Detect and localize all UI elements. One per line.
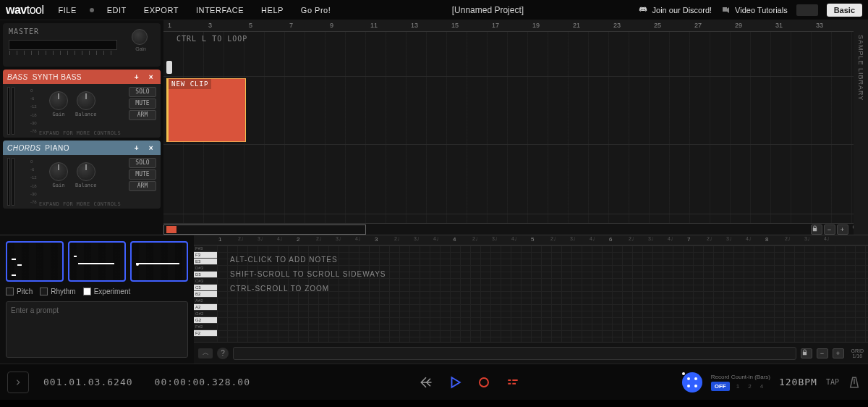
timeline-lock-button[interactable] xyxy=(811,225,822,235)
menu-interface[interactable]: INTERFACE xyxy=(189,3,251,17)
track-chords-header[interactable]: CHORDS PIANO + × xyxy=(3,140,161,155)
track-bass-gain-knob[interactable] xyxy=(49,91,68,110)
roll-beat-mark: 2♩ xyxy=(238,236,243,242)
track-chords[interactable]: CHORDS PIANO + × 0-6-12-18-30-78 Gain Ba… xyxy=(3,140,161,209)
track-bass[interactable]: BASS SYNTH BASS + × 0-6-12-18-30-78 Gain… xyxy=(3,70,161,138)
suggestion-tile-3[interactable] xyxy=(130,241,188,282)
piano-key[interactable]: D3 xyxy=(194,272,217,278)
track-chords-mute-button[interactable]: MUTE xyxy=(129,169,156,180)
lock-icon xyxy=(812,225,818,232)
track-bass-mute-button[interactable]: MUTE xyxy=(129,98,156,109)
piano-key[interactable]: C3 xyxy=(194,285,217,291)
roll-grid-label[interactable]: GRID1/16 xyxy=(851,348,864,358)
track-bass-solo-button[interactable]: SOLO xyxy=(129,87,156,97)
record-icon xyxy=(477,376,490,389)
roll-zoom-out-button[interactable]: − xyxy=(817,348,828,358)
loop-region-lane[interactable] xyxy=(163,32,868,77)
track-chords-arm-button[interactable]: ARM xyxy=(129,181,156,191)
track-bass-header[interactable]: BASS SYNTH BASS + × xyxy=(3,70,161,84)
timeline-lane-bass[interactable]: NEW CLIP xyxy=(163,77,868,145)
track-bass-name: BASS xyxy=(7,73,28,81)
roll-bar-mark: 4 xyxy=(453,236,456,243)
help-button[interactable]: ? xyxy=(217,348,229,359)
master-gain-knob[interactable] xyxy=(132,29,148,45)
track-chords-add-button[interactable]: + xyxy=(132,144,142,152)
count-in-1-button[interactable]: 1 xyxy=(734,383,741,390)
rewind-button[interactable] xyxy=(418,374,434,390)
piano-key[interactable]: F3 xyxy=(194,252,217,259)
master-track[interactable]: MASTER Gain xyxy=(3,23,161,67)
loop-button[interactable] xyxy=(505,374,521,390)
count-in-control: Record Count-in (Bars) OFF 1 2 4 xyxy=(711,374,770,391)
ruler-mark: 21 xyxy=(573,22,580,29)
project-title[interactable]: [Unnamed Project] xyxy=(452,5,524,15)
clip-new-clip[interactable]: NEW CLIP xyxy=(166,78,246,142)
piano-key[interactable]: F2 xyxy=(194,330,217,337)
tutorials-link[interactable]: Video Tutorials xyxy=(720,6,788,14)
bpm-display[interactable]: 120BPM xyxy=(779,377,817,387)
piano-key[interactable]: A2 xyxy=(194,304,217,311)
piano-key[interactable]: D#3 xyxy=(194,265,217,272)
sample-library-tab[interactable]: SAMPLE LIBRARY xyxy=(854,20,868,235)
rhythm-checkbox[interactable]: Rhythm xyxy=(40,288,75,295)
randomize-button[interactable] xyxy=(682,372,702,393)
track-bass-add-button[interactable]: + xyxy=(132,73,142,81)
discord-link[interactable]: Join our Discord! xyxy=(638,6,712,14)
roll-lock-button[interactable] xyxy=(801,348,812,358)
timeline-lane-chords[interactable] xyxy=(163,146,868,214)
menu-edit[interactable]: EDIT xyxy=(100,3,134,17)
timeline-zoom-in-button[interactable]: + xyxy=(837,225,848,235)
count-in-2-button[interactable]: 2 xyxy=(746,383,753,390)
menu-gopro[interactable]: Go Pro! xyxy=(294,3,338,17)
piano-key[interactable]: F#2 xyxy=(194,324,217,330)
count-in-4-button[interactable]: 4 xyxy=(758,383,765,390)
piano-roll[interactable]: 12♩3♩4♩22♩3♩4♩32♩3♩4♩42♩3♩4♩52♩3♩4♩62♩3♩… xyxy=(194,235,868,364)
piano-key[interactable]: E3 xyxy=(194,259,217,265)
suggestion-tile-1[interactable] xyxy=(6,241,64,282)
track-chords-solo-button[interactable]: SOLO xyxy=(129,158,156,168)
piano-roll-ruler[interactable]: 12♩3♩4♩22♩3♩4♩32♩3♩4♩42♩3♩4♩52♩3♩4♩62♩3♩… xyxy=(194,235,868,246)
timeline-ruler[interactable]: 13579111315171921232527293133 xyxy=(163,20,868,32)
tap-tempo-button[interactable]: TAP xyxy=(826,378,839,386)
piano-key[interactable]: F#3 xyxy=(194,246,217,252)
experiment-checkbox[interactable]: Experiment xyxy=(83,288,131,295)
piano-roll-command-input[interactable] xyxy=(233,347,796,360)
transport-bar: 001.01.03.6240 00:00:00.328.00 Record Co… xyxy=(0,364,868,400)
user-badge[interactable] xyxy=(796,4,818,16)
record-button[interactable] xyxy=(476,374,492,390)
expand-up-button[interactable]: ︿ xyxy=(198,348,213,358)
piano-key[interactable]: G2 xyxy=(194,317,217,324)
track-chords-gain-knob[interactable] xyxy=(49,162,68,181)
piano-key[interactable]: G#2 xyxy=(194,311,217,317)
balance-label: Balance xyxy=(75,182,97,188)
track-bass-balance-knob[interactable] xyxy=(77,91,95,110)
count-in-off-button[interactable]: OFF xyxy=(711,382,730,391)
timeline[interactable]: 13579111315171921232527293133 CTRL L TO … xyxy=(163,20,868,235)
roll-zoom-in-button[interactable]: + xyxy=(833,348,844,358)
timeline-minimap[interactable]: − + GRID1 xyxy=(163,223,868,235)
ai-prompt-input[interactable]: Enter a prompt xyxy=(6,301,188,358)
track-bass-arm-button[interactable]: ARM xyxy=(129,110,156,120)
minimap-viewport[interactable] xyxy=(163,225,366,235)
piano-key[interactable]: B2 xyxy=(194,291,217,298)
position-time-readout[interactable]: 00:00:00.328.00 xyxy=(148,372,258,392)
track-bass-close-button[interactable]: × xyxy=(146,73,156,81)
play-button[interactable] xyxy=(447,374,463,390)
position-bars-readout[interactable]: 001.01.03.6240 xyxy=(36,372,140,392)
track-bass-body: 0-6-12-18-30-78 Gain Balance SOLO MUTE A… xyxy=(3,84,161,138)
menu-help[interactable]: HELP xyxy=(254,3,291,17)
plan-basic-button[interactable]: Basic xyxy=(827,4,862,17)
track-chords-balance-knob[interactable] xyxy=(77,162,95,181)
collapse-button[interactable] xyxy=(7,372,29,393)
menu-file[interactable]: FILE xyxy=(51,3,84,17)
metronome-button[interactable] xyxy=(848,375,861,390)
pitch-checkbox[interactable]: Pitch xyxy=(6,288,33,295)
timeline-zoom-out-button[interactable]: − xyxy=(824,225,835,235)
menu-export[interactable]: EXPORT xyxy=(137,3,186,17)
loop-icon xyxy=(506,377,520,388)
piano-key[interactable]: C#3 xyxy=(194,278,217,285)
track-chords-close-button[interactable]: × xyxy=(146,144,156,152)
piano-keys[interactable]: F#3F3E3D#3D3C#3C3B2A#2A2G#2G2F#2F2 xyxy=(194,246,217,342)
piano-key[interactable]: A#2 xyxy=(194,298,217,304)
suggestion-tile-2[interactable] xyxy=(68,241,126,282)
